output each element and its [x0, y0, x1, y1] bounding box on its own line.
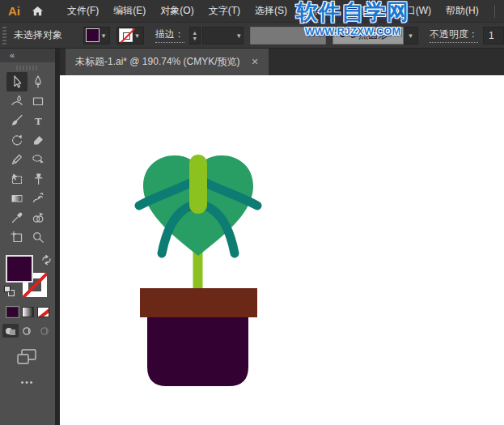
stepper-down-icon[interactable]: ▼: [192, 36, 197, 41]
screen-mode-icon[interactable]: [0, 349, 55, 365]
rotate-tool-icon[interactable]: [6, 130, 28, 150]
opacity-label[interactable]: 不透明度：: [430, 28, 478, 43]
draw-normal-icon[interactable]: [2, 324, 19, 338]
opacity-value-field[interactable]: 1: [483, 27, 504, 45]
pot-rim[interactable]: [140, 288, 257, 317]
document-tab-label: 未标题-1.ai* @ 190.74% (CMYK/预览): [75, 55, 240, 69]
menu-bar: Ai 文件(F) 编辑(E) 对象(O) 文字(T) 选择(S) 效果(C) 视…: [0, 0, 504, 23]
home-icon[interactable]: [32, 5, 44, 17]
plant-illustration[interactable]: [60, 75, 504, 425]
chevron-down-icon: ▾: [406, 32, 415, 40]
shape-builder-tool-icon[interactable]: [28, 208, 49, 227]
width-profile-select[interactable]: ▾: [250, 27, 326, 45]
draw-behind-icon[interactable]: [19, 324, 36, 338]
menu-edit[interactable]: 编辑(E): [106, 0, 153, 23]
artboard-tool-icon[interactable]: [6, 227, 28, 247]
document-tab-bar: 未标题-1.ai* @ 190.74% (CMYK/预览) ✕: [60, 49, 504, 75]
chevron-down-icon: ▾: [133, 32, 142, 40]
plant-spadix[interactable]: [189, 155, 207, 214]
gradient-button[interactable]: [22, 307, 34, 317]
main-area: « T: [0, 49, 504, 425]
document-tab[interactable]: 未标题-1.ai* @ 190.74% (CMYK/预览) ✕: [66, 49, 269, 75]
tools-panel: « T: [0, 49, 55, 425]
brush-dot-icon: [341, 33, 345, 37]
document-area: 未标题-1.ai* @ 190.74% (CMYK/预览) ✕: [60, 49, 504, 425]
type-tool-icon[interactable]: T: [28, 111, 49, 130]
chevron-down-icon: ▾: [317, 32, 326, 40]
brush-definition-dropdown[interactable]: 5 点圆形 ▾: [332, 27, 418, 45]
paintbrush-tool-icon[interactable]: [6, 111, 28, 130]
stroke-weight-label[interactable]: 描边：: [155, 28, 184, 43]
controlbar-grip[interactable]: [2, 27, 6, 45]
paint-style-buttons: [0, 307, 55, 317]
rectangle-tool-icon[interactable]: [28, 91, 49, 111]
pot-body[interactable]: [147, 317, 248, 386]
menu-object[interactable]: 对象(O): [153, 0, 201, 23]
shaper-tool-icon[interactable]: [6, 150, 28, 169]
default-fill-stroke-icon[interactable]: [4, 286, 15, 296]
pen-tool-icon[interactable]: [28, 72, 49, 91]
menu-effect[interactable]: 效果(C): [294, 0, 342, 23]
free-transform-tool-icon[interactable]: [6, 169, 28, 189]
svg-text:T: T: [35, 115, 42, 127]
selection-status: 未选择对象: [14, 28, 72, 42]
fill-proxy-swatch[interactable]: [6, 255, 33, 283]
chevron-down-icon: ▾: [235, 32, 244, 40]
collapse-panel-button[interactable]: «: [10, 51, 15, 60]
brush-name: 5 点圆形: [350, 28, 388, 42]
menu-window[interactable]: 窗口(W): [389, 0, 438, 23]
draw-inside-icon[interactable]: [36, 324, 53, 338]
pin-tool-icon[interactable]: [28, 169, 49, 189]
fill-stroke-proxy: [0, 253, 55, 304]
stroke-color-dropdown[interactable]: ▾: [116, 27, 144, 45]
artboard-canvas[interactable]: [60, 75, 504, 425]
brush-chevron-button[interactable]: ▾: [404, 27, 418, 45]
gradient-tool-icon[interactable]: [6, 189, 28, 208]
brush-preview[interactable]: 5 点圆形: [332, 27, 404, 45]
menu-select[interactable]: 选择(S): [248, 0, 294, 23]
illustrator-logo[interactable]: Ai: [8, 4, 20, 18]
selection-tool-icon[interactable]: [6, 72, 28, 91]
zoom-tool-icon[interactable]: [28, 227, 49, 247]
lasso-tool-icon[interactable]: [28, 150, 49, 169]
chevron-down-icon: ▾: [100, 32, 108, 40]
none-button[interactable]: [37, 307, 49, 317]
stroke-none-swatch[interactable]: [119, 28, 133, 42]
menubar-divider-right: [494, 5, 495, 18]
eyedropper-tool-icon[interactable]: [6, 208, 28, 227]
stroke-weight-select[interactable]: ▾: [202, 27, 244, 45]
menu-help[interactable]: 帮助(H): [438, 0, 486, 23]
close-tab-icon[interactable]: ✕: [252, 57, 259, 67]
puppet-warp-tool-icon[interactable]: [28, 189, 49, 208]
fill-color-dropdown[interactable]: ▾: [83, 27, 111, 45]
eraser-tool-icon[interactable]: [28, 130, 49, 150]
tools-panel-grip[interactable]: [16, 66, 39, 70]
color-button[interactable]: [6, 307, 19, 317]
edit-toolbar-button[interactable]: •••: [0, 378, 55, 387]
control-bar: 未选择对象 ▾ ▾ 描边： ▲▼ ▾ ▾ 5 点圆形 ▾ 不透明度： 1: [0, 23, 504, 49]
curvature-tool-icon[interactable]: [6, 91, 28, 111]
tools-panel-header: «: [0, 49, 55, 62]
menu-type[interactable]: 文字(T): [201, 0, 248, 23]
tool-grid: T: [0, 72, 55, 247]
stroke-weight-stepper[interactable]: ▲▼: [189, 27, 201, 45]
fill-color-swatch[interactable]: [86, 28, 100, 42]
swap-fill-stroke-icon[interactable]: [41, 254, 52, 269]
menu-file[interactable]: 文件(F): [60, 0, 106, 23]
stepper-up-icon[interactable]: ▲: [192, 30, 197, 36]
drawing-mode-buttons: [0, 324, 55, 338]
menu-view[interactable]: 视图(V): [342, 0, 389, 23]
